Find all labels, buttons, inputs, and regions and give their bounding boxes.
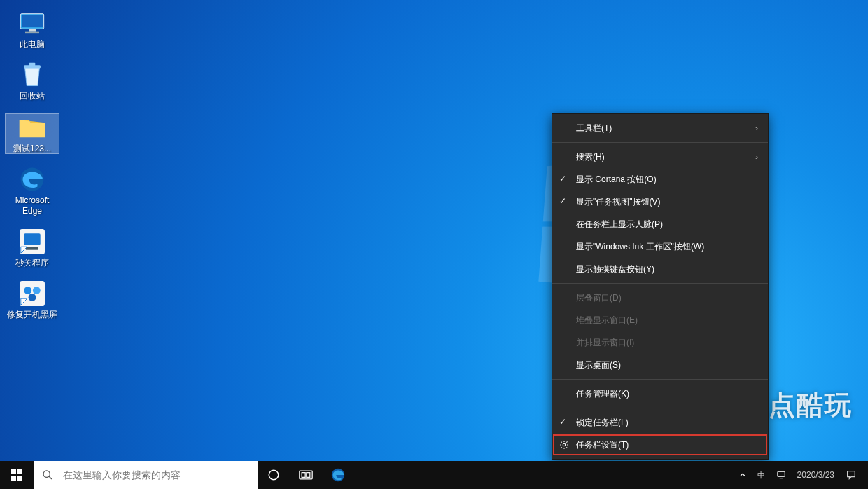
svg-rect-2: [29, 29, 36, 31]
menu-item-2[interactable]: 搜索(H)›: [552, 146, 768, 168]
desktop-icon-label: 秒关程序: [15, 258, 49, 268]
menu-item-11: 并排显示窗口(I): [552, 331, 768, 354]
menu-item-6[interactable]: 显示"Windows Ink 工作区"按钮(W): [552, 235, 768, 258]
menu-item-label: 显示触摸键盘按钮(Y): [576, 263, 654, 275]
menu-item-label: 工具栏(T): [576, 123, 612, 135]
svg-point-13: [563, 443, 566, 446]
taskbar-context-menu: 工具栏(T)›搜索(H)›✓显示 Cortana 按钮(O)✓显示"任务视图"按…: [552, 113, 769, 460]
check-icon: ✓: [559, 174, 566, 184]
menu-item-16[interactable]: ✓锁定任务栏(L): [552, 411, 768, 434]
svg-rect-5: [29, 63, 36, 66]
menu-item-label: 显示"Windows Ink 工作区"按钮(W): [576, 241, 704, 253]
desktop-icon-label: 修复开机黑屏: [7, 310, 57, 319]
tray-date[interactable]: 2020/3/23: [792, 461, 840, 489]
menu-item-label: 搜索(H): [576, 151, 605, 163]
desktop-icon-5[interactable]: 修复开机黑屏: [6, 280, 59, 319]
edge-icon: [18, 166, 46, 193]
action-center-icon[interactable]: [840, 461, 862, 489]
menu-item-label: 锁定任务栏(L): [576, 417, 629, 429]
desktop-icon-label: 测试123...: [13, 144, 51, 153]
menu-separator: [552, 379, 768, 380]
taskbar-search[interactable]: [34, 461, 258, 489]
desktop-icon-2[interactable]: 测试123...: [6, 114, 59, 153]
recycle-icon: [18, 62, 46, 88]
chevron-right-icon: ›: [755, 152, 758, 162]
taskbar[interactable]: 中 2020/3/23: [0, 461, 868, 489]
menu-item-0[interactable]: 工具栏(T)›: [552, 117, 768, 139]
desktop-icon-4[interactable]: 秒关程序: [6, 228, 59, 268]
menu-item-3[interactable]: ✓显示 Cortana 按钮(O): [552, 168, 768, 191]
svg-rect-1: [22, 15, 43, 27]
menu-item-14[interactable]: 任务管理器(K): [552, 383, 768, 405]
folder-icon: [18, 114, 46, 141]
pc-icon: [18, 10, 46, 36]
gear-icon: [559, 440, 569, 450]
desktop[interactable]: 此电脑回收站测试123...Microsoft Edge秒关程序修复开机黑屏 搜…: [0, 0, 868, 461]
desktop-icon-label: 此电脑: [20, 39, 45, 49]
menu-item-label: 显示"任务视图"按钮(V): [576, 196, 661, 208]
menu-item-10: 堆叠显示窗口(E): [552, 309, 768, 331]
svg-point-16: [269, 470, 279, 480]
svg-point-12: [29, 294, 36, 301]
svg-rect-8: [24, 233, 40, 245]
svg-point-14: [43, 471, 50, 477]
start-button[interactable]: [0, 461, 34, 489]
svg-point-11: [33, 287, 41, 294]
tray-chevron-up-icon[interactable]: [734, 461, 752, 489]
tray-ime-icon[interactable]: 中: [752, 461, 771, 489]
check-icon: ✓: [559, 417, 566, 427]
menu-item-12[interactable]: 显示桌面(S): [552, 354, 768, 376]
task-view-button[interactable]: [290, 461, 322, 489]
desktop-icon-label: 回收站: [20, 91, 45, 101]
menu-item-9: 层叠窗口(D): [552, 287, 768, 309]
desktop-icon-0[interactable]: 此电脑: [6, 10, 59, 49]
svg-point-10: [24, 287, 31, 294]
svg-line-15: [49, 476, 52, 479]
menu-item-17[interactable]: 任务栏设置(T): [552, 434, 768, 456]
check-icon: ✓: [559, 196, 566, 206]
menu-separator: [552, 408, 768, 408]
menu-item-7[interactable]: 显示触摸键盘按钮(Y): [552, 258, 768, 280]
menu-item-label: 在任务栏上显示人脉(P): [576, 219, 663, 230]
menu-item-4[interactable]: ✓显示"任务视图"按钮(V): [552, 191, 768, 213]
shortcut1-icon: [18, 228, 46, 255]
svg-rect-3: [25, 32, 39, 34]
menu-item-label: 显示 Cortana 按钮(O): [576, 174, 657, 186]
system-tray[interactable]: 中 2020/3/23: [734, 461, 868, 489]
menu-item-5[interactable]: 在任务栏上显示人脉(P): [552, 213, 768, 235]
svg-rect-19: [307, 473, 310, 478]
windows-logo-icon: [11, 469, 22, 481]
pinned-app-edge[interactable]: [322, 461, 354, 489]
menu-item-label: 堆叠显示窗口(E): [576, 315, 638, 326]
menu-separator: [552, 283, 768, 284]
svg-rect-18: [302, 473, 305, 478]
menu-item-label: 任务管理器(K): [576, 388, 629, 400]
search-icon: [34, 469, 62, 481]
menu-item-label: 并排显示窗口(I): [576, 337, 634, 349]
tray-item[interactable]: [771, 461, 792, 489]
chevron-right-icon: ›: [755, 123, 758, 133]
desktop-icon-3[interactable]: Microsoft Edge: [6, 166, 59, 216]
search-input[interactable]: [62, 460, 258, 489]
cortana-button[interactable]: [258, 461, 290, 489]
menu-item-label: 显示桌面(S): [576, 359, 621, 371]
menu-item-label: 任务栏设置(T): [576, 439, 629, 451]
menu-item-label: 层叠窗口(D): [576, 292, 622, 304]
menu-separator: [552, 142, 768, 143]
desktop-icon-label: Microsoft Edge: [6, 195, 59, 216]
svg-rect-21: [777, 471, 785, 476]
desktop-icon-1[interactable]: 回收站: [6, 62, 59, 101]
shortcut2-icon: [18, 280, 46, 307]
